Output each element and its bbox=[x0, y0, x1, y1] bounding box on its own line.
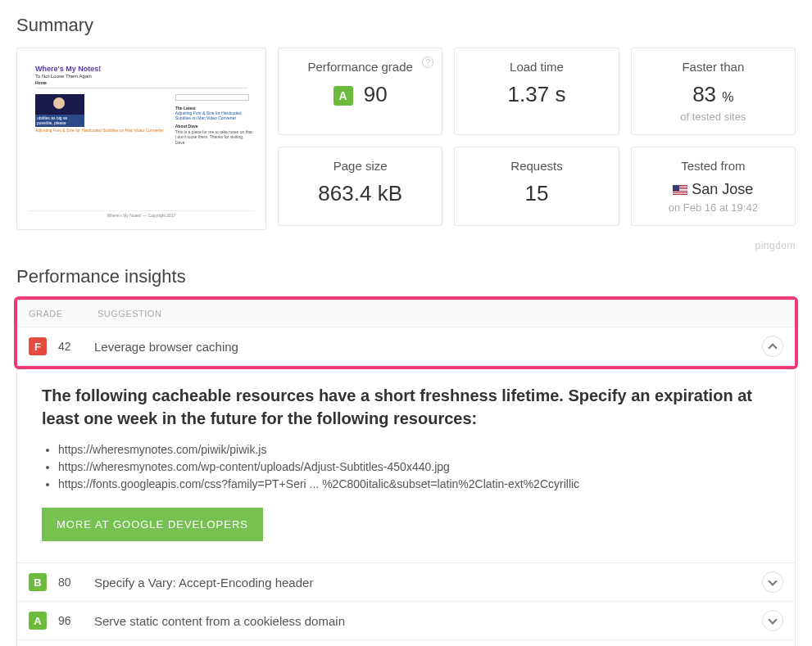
col-suggestion-header: SUGGESTION bbox=[98, 309, 783, 318]
col-grade-header: GRADE bbox=[29, 309, 98, 318]
thumb-about-signoff: Dave bbox=[175, 140, 254, 145]
detail-heading: The following cacheable resources have a… bbox=[42, 384, 770, 430]
tested-from-location: San Jose bbox=[692, 181, 753, 197]
insight-row[interactable]: F 42 Leverage browser caching bbox=[17, 328, 795, 366]
faster-than-label: Faster than bbox=[638, 60, 788, 74]
detail-resource-list: https://wheresmynotes.com/piwik/piwik.js… bbox=[58, 441, 770, 493]
chevron-down-icon bbox=[768, 615, 777, 624]
thumb-search-box bbox=[175, 94, 249, 101]
insight-text: Serve static content from a cookieless d… bbox=[94, 614, 762, 628]
more-developers-button[interactable]: MORE AT GOOGLE DEVELOPERS bbox=[42, 508, 263, 541]
resource-item: https://wheresmynotes.com/piwik/piwik.js bbox=[58, 441, 770, 459]
load-time-value: 1.37 s bbox=[461, 82, 611, 107]
us-flag-icon bbox=[673, 185, 687, 195]
insights-table: GRADE SUGGESTION F 42 Leverage browser c… bbox=[16, 299, 796, 646]
requests-value: 15 bbox=[461, 181, 611, 206]
thumb-footer: Where's My Notes! — Copyright 2017 bbox=[29, 210, 254, 218]
thumb-about-text: This is a place for me to take notes on … bbox=[175, 129, 254, 139]
chevron-down-icon bbox=[768, 576, 777, 585]
collapse-button[interactable] bbox=[762, 336, 783, 357]
load-time-label: Load time bbox=[461, 60, 611, 74]
highlighted-insight: GRADE SUGGESTION F 42 Leverage browser c… bbox=[14, 296, 798, 369]
tested-from-label: Tested from bbox=[638, 159, 788, 173]
perf-grade-badge: A bbox=[333, 86, 353, 106]
resource-item: https://wheresmynotes.com/wp-content/upl… bbox=[58, 459, 770, 476]
insight-detail-panel: The following cacheable resources have a… bbox=[17, 366, 795, 563]
perf-grade-card: ? Performance grade A 90 bbox=[278, 47, 442, 135]
thumb-nav-home: Home bbox=[35, 80, 254, 85]
thumb-article-image: ubtitles as big as possible, please bbox=[35, 94, 84, 127]
insight-row[interactable]: B 80 Specify a Vary: Accept-Encoding hea… bbox=[17, 563, 795, 602]
thumb-about-heading: About Dave bbox=[175, 124, 254, 129]
site-thumbnail: Where's My Notes! To Not Loose Them Agai… bbox=[16, 47, 266, 230]
perf-grade-label: Performance grade bbox=[285, 60, 435, 74]
insights-heading: Performance insights bbox=[16, 266, 796, 287]
thumb-tagline: To Not Loose Them Again bbox=[35, 74, 254, 79]
resource-item: https://fonts.googleapis.com/css?family=… bbox=[58, 476, 770, 493]
insight-grade-badge: B bbox=[29, 573, 47, 591]
insight-text: Leverage browser caching bbox=[94, 340, 762, 354]
chevron-up-icon bbox=[768, 343, 777, 352]
tested-from-timestamp: on Feb 16 at 19:42 bbox=[638, 201, 788, 214]
insight-row[interactable]: A 96 Serve static content from a cookiel… bbox=[17, 602, 795, 640]
expand-button[interactable] bbox=[762, 610, 783, 631]
tested-from-card: Tested from San Jose on Feb 16 at 19:42 bbox=[631, 147, 796, 226]
faster-than-value: 83 bbox=[692, 82, 716, 106]
page-size-value: 863.4 kB bbox=[285, 181, 435, 206]
summary-heading: Summary bbox=[16, 15, 796, 36]
insight-score: 80 bbox=[58, 576, 94, 589]
faster-than-sub: of tested sites bbox=[638, 111, 788, 123]
requests-card: Requests 15 bbox=[454, 147, 619, 226]
page-size-card: Page size 863.4 kB bbox=[278, 147, 442, 226]
thumb-latest-link: Adjusting Font & Size for Hardcoded Subt… bbox=[175, 111, 254, 120]
expand-button[interactable] bbox=[762, 571, 783, 593]
pingdom-brand: pingdom bbox=[16, 240, 796, 251]
faster-than-unit: % bbox=[722, 90, 733, 104]
thumb-site-title: Where's My Notes! bbox=[35, 65, 254, 73]
insight-grade-badge: A bbox=[29, 612, 47, 630]
load-time-card: Load time 1.37 s bbox=[454, 47, 619, 135]
insight-score: 42 bbox=[58, 340, 94, 353]
thumb-article-link: Adjusting Font & Size for Hardcoded Subt… bbox=[35, 129, 175, 133]
perf-grade-score: 90 bbox=[364, 82, 388, 106]
insight-grade-badge: F bbox=[29, 337, 47, 355]
faster-than-card: Faster than 83 % of tested sites bbox=[631, 47, 796, 135]
requests-label: Requests bbox=[461, 159, 611, 173]
page-size-label: Page size bbox=[285, 159, 435, 173]
insight-row[interactable]: A 100 Avoid bad requests bbox=[17, 640, 795, 646]
insight-text: Specify a Vary: Accept-Encoding header bbox=[94, 576, 762, 590]
insight-score: 96 bbox=[58, 614, 94, 627]
